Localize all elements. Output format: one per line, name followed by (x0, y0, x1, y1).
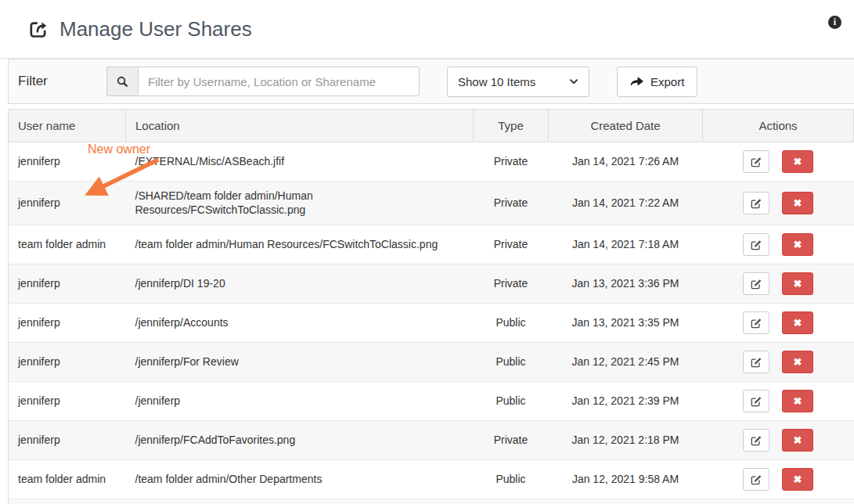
col-header-username[interactable]: User name (9, 110, 126, 142)
cell-username: team folder admin (9, 225, 126, 265)
share-square-icon (28, 19, 49, 40)
filter-bar: Filter Show 10 Items Export (8, 59, 854, 104)
cell-created-date: Jan 12, 2021 2:45 PM (549, 343, 703, 382)
cell-type: Private (474, 265, 549, 304)
cell-location: /team folder admin/Marketing (126, 499, 474, 504)
table-row: jenniferp /jenniferp/FCAddToFavorites.pn… (9, 421, 854, 460)
edit-share-button[interactable] (743, 311, 769, 334)
search-icon (106, 67, 138, 96)
table-row: jenniferp /jenniferp/DI 19-20 Private Ja… (9, 265, 854, 304)
edit-share-button[interactable] (743, 192, 769, 214)
show-items-value: Show 10 Items (458, 75, 535, 88)
cell-actions: ✖ (703, 460, 854, 499)
cell-actions: ✖ (703, 421, 854, 460)
edit-share-button[interactable] (743, 390, 769, 412)
col-header-actions: Actions (703, 110, 854, 142)
cell-username: team folder admin (9, 499, 126, 504)
show-items-select[interactable]: Show 10 Items (447, 67, 589, 97)
edit-pencil-icon (751, 157, 762, 167)
delete-share-button[interactable]: ✖ (782, 429, 813, 452)
cell-created-date: Jan 12, 2021 8:45 AM (549, 499, 703, 504)
cell-username: jenniferp (9, 343, 126, 382)
cell-location: /jenniferp/DI 19-20 (126, 265, 474, 304)
cell-username: jenniferp (9, 182, 126, 225)
delete-share-button[interactable]: ✖ (782, 351, 813, 373)
edit-pencil-icon (751, 198, 762, 209)
cell-username: jenniferp (9, 142, 126, 182)
cell-type: Private (474, 182, 549, 225)
delete-share-button[interactable]: ✖ (782, 390, 813, 412)
cell-actions: ✖ (703, 142, 854, 182)
cell-location: /jenniferp (126, 382, 474, 421)
cell-type: Public (474, 382, 549, 421)
edit-share-button[interactable] (743, 272, 769, 295)
page-title: Manage User Shares (59, 17, 252, 41)
delete-share-button[interactable]: ✖ (782, 150, 813, 173)
edit-pencil-icon (751, 357, 762, 368)
delete-share-button[interactable]: ✖ (782, 233, 813, 256)
cell-username: jenniferp (9, 304, 126, 343)
cell-created-date: Jan 12, 2021 9:58 AM (549, 460, 703, 499)
filter-label: Filter (18, 74, 106, 89)
search-group (106, 67, 420, 96)
table-row: team folder admin /team folder admin/Hum… (9, 225, 854, 265)
cell-actions: ✖ (703, 225, 854, 265)
chevron-down-icon (569, 77, 578, 86)
cell-type: Public (474, 343, 549, 382)
table-header-row: User name Location Type Created Date Act… (9, 110, 854, 142)
cell-actions: ✖ (703, 182, 854, 225)
filter-search-input[interactable] (138, 67, 420, 96)
cell-actions: ✖ (703, 499, 854, 504)
cell-location: /jenniferp/FCAddToFavorites.png (126, 421, 474, 460)
cell-location: /team folder admin/Other Departments (126, 460, 474, 499)
table-row: jenniferp /SHARED/team folder admin/Huma… (9, 182, 854, 225)
cell-actions: ✖ (703, 265, 854, 304)
col-header-location[interactable]: Location (126, 110, 474, 142)
cell-username: jenniferp (9, 421, 126, 460)
edit-share-button[interactable] (743, 233, 769, 256)
cell-location: /SHARED/team folder admin/Human Resource… (126, 182, 474, 225)
export-button[interactable]: Export (617, 67, 697, 97)
cell-type: Private (474, 499, 549, 504)
delete-share-button[interactable]: ✖ (782, 468, 813, 491)
export-arrow-icon (630, 76, 643, 88)
edit-share-button[interactable] (743, 150, 769, 173)
cell-username: jenniferp (9, 265, 126, 304)
cell-type: Public (474, 304, 549, 343)
export-label: Export (650, 75, 684, 88)
delete-share-button[interactable]: ✖ (782, 192, 813, 214)
table-row: jenniferp /EXTERNAL/Misc/ASBeach.jfif Pr… (9, 142, 854, 182)
cell-location: /jenniferp/Accounts (126, 304, 474, 343)
info-icon[interactable]: i (828, 16, 841, 29)
cell-location: /jenniferp/For Review (126, 343, 474, 382)
shares-table: User name Location Type Created Date Act… (8, 109, 854, 504)
cell-type: Private (474, 421, 549, 460)
table-row: team folder admin /team folder admin/Mar… (9, 499, 854, 504)
table-row: jenniferp /jenniferp Public Jan 12, 2021… (9, 382, 854, 421)
cell-location: /team folder admin/Human Resources/FCSwi… (126, 225, 474, 265)
page-header: Manage User Shares i (0, 0, 854, 59)
cell-type: Private (474, 142, 549, 182)
edit-pencil-icon (751, 279, 762, 290)
cell-actions: ✖ (703, 382, 854, 421)
table-row: jenniferp /jenniferp/Accounts Public Jan… (9, 304, 854, 343)
cell-created-date: Jan 14, 2021 7:18 AM (549, 225, 703, 265)
edit-pencil-icon (751, 239, 762, 250)
delete-share-button[interactable]: ✖ (782, 311, 813, 334)
cell-actions: ✖ (703, 343, 854, 382)
cell-actions: ✖ (703, 304, 854, 343)
cell-location: /EXTERNAL/Misc/ASBeach.jfif (126, 142, 474, 182)
edit-share-button[interactable] (743, 429, 769, 452)
table-row: team folder admin /team folder admin/Oth… (9, 460, 854, 499)
cell-username: jenniferp (9, 382, 126, 421)
cell-created-date: Jan 14, 2021 7:26 AM (549, 142, 703, 182)
edit-pencil-icon (751, 318, 762, 329)
delete-share-button[interactable]: ✖ (782, 272, 813, 295)
col-header-created-date[interactable]: Created Date (549, 110, 703, 142)
edit-pencil-icon (751, 396, 762, 407)
edit-pencil-icon (751, 474, 762, 485)
col-header-type[interactable]: Type (474, 110, 549, 142)
cell-created-date: Jan 12, 2021 2:39 PM (549, 382, 703, 421)
edit-share-button[interactable] (743, 468, 769, 491)
edit-share-button[interactable] (743, 351, 769, 373)
